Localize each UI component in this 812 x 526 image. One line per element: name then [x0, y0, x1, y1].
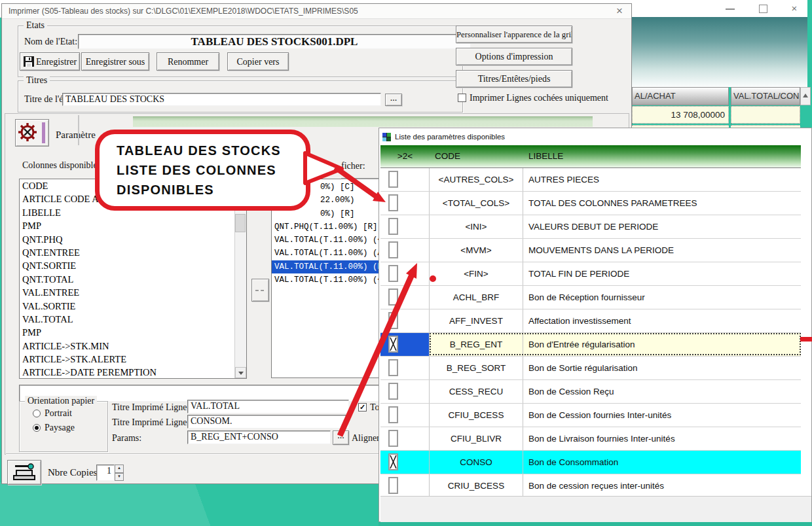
- copies-up-icon[interactable]: ▲: [115, 465, 124, 473]
- available-column-item[interactable]: VAL.SORTIE: [20, 300, 246, 313]
- paysage-label[interactable]: Paysage: [45, 423, 75, 433]
- row-checkbox[interactable]: [388, 218, 398, 235]
- params-field[interactable]: B_REG_ENT+CONSO: [187, 430, 331, 444]
- check-cell[interactable]: [380, 239, 430, 262]
- param-libelle[interactable]: TOTAL DES COLONNES PARAMETREES: [523, 192, 801, 215]
- scroll-up-icon[interactable]: [800, 87, 811, 105]
- row-checkbox[interactable]: [388, 477, 398, 494]
- close-icon[interactable]: ×: [613, 5, 626, 18]
- row-checkbox[interactable]: [388, 430, 398, 447]
- available-column-item[interactable]: QNT.PHQ: [20, 233, 246, 246]
- param-code[interactable]: ACHL_BRF: [430, 286, 523, 309]
- rename-button[interactable]: Renommer: [157, 52, 219, 71]
- title-browse-button[interactable]: ...: [385, 94, 402, 106]
- header-code-col[interactable]: CODE: [435, 145, 460, 167]
- row-checkbox[interactable]: [388, 336, 398, 353]
- portrait-radio[interactable]: [33, 410, 41, 417]
- row-checkbox[interactable]: [388, 383, 398, 400]
- param-libelle[interactable]: Bon de Cession fournies Inter-unités: [523, 404, 801, 427]
- param-libelle[interactable]: Bon d'Entrée régularisation: [523, 333, 801, 356]
- available-column-item[interactable]: ARTICLE->DATE PEREMPTION: [20, 366, 246, 379]
- print-checked-only-checkbox[interactable]: [458, 94, 466, 102]
- maximize-icon[interactable]: [753, 0, 773, 17]
- row-checkbox[interactable]: [388, 406, 398, 423]
- print-dialog-titlebar[interactable]: Imprimer (S05-Tableau des stocks) sur C:…: [2, 4, 631, 19]
- param-code[interactable]: <MVM>: [430, 239, 523, 262]
- param-libelle[interactable]: Bon de Livraison fournies Inter-unités: [523, 427, 801, 450]
- available-column-item[interactable]: QNT.SORTIE: [20, 259, 246, 272]
- selected-column-item[interactable]: VAL.TOTAL(T.11.00%) (B_R: [272, 260, 380, 273]
- copies-down-icon[interactable]: ▼: [115, 473, 124, 481]
- minimize-icon[interactable]: [720, 0, 740, 17]
- param-libelle[interactable]: Bon de Réception fournisseur: [523, 286, 801, 309]
- titles-headers-button[interactable]: Titres/Entêtes/pieds: [456, 70, 572, 88]
- totaliser-checkbox[interactable]: ✓: [358, 403, 367, 412]
- row-checkbox[interactable]: [388, 171, 398, 188]
- param-code[interactable]: B_REG_SORT: [430, 357, 523, 379]
- selected-column-item[interactable]: VAL.TOTAL(T.11.00%) (<IN: [272, 234, 380, 247]
- param-libelle[interactable]: MOUVEMENTS DANS LA PERIODE: [523, 239, 801, 262]
- check-cell[interactable]: [380, 474, 430, 497]
- row-checkbox[interactable]: [388, 241, 398, 258]
- row-checkbox[interactable]: [388, 289, 398, 306]
- header-check-col[interactable]: >2<: [380, 145, 430, 167]
- check-cell[interactable]: [380, 309, 430, 332]
- close-icon[interactable]: ×: [784, 0, 804, 17]
- param-libelle[interactable]: Bon de cession reçues inter-unités: [523, 474, 801, 497]
- params-row[interactable]: CFIU_BCESSBon de Cession fournies Inter-…: [380, 404, 801, 427]
- available-column-item[interactable]: VAL.TOTAL: [20, 313, 246, 326]
- state-name-field[interactable]: TABLEAU DES STOCKS001.DPL: [78, 34, 471, 49]
- available-column-item[interactable]: VAL.ENTREE: [20, 286, 246, 299]
- params-row[interactable]: <INI>VALEURS DEBUT DE PERIODE: [380, 215, 801, 239]
- params-row[interactable]: CFIU_BLIVRBon de Livraison fournies Inte…: [380, 427, 801, 451]
- params-row[interactable]: <AUTRES_COLS>AUTRES PIECES: [380, 168, 801, 192]
- param-libelle[interactable]: TOTAL FIN DE PERIODE: [523, 262, 801, 285]
- params-row[interactable]: AFF_INVESTAffectation investissement: [380, 309, 801, 333]
- customize-grid-button[interactable]: Personnaliser l'apparence de la grille: [456, 26, 572, 43]
- report-title-field[interactable]: TABLEAU DES STOCKS: [62, 93, 381, 106]
- check-cell[interactable]: [380, 215, 430, 238]
- scroll-down-icon[interactable]: [235, 367, 246, 378]
- copies-field[interactable]: 1: [96, 465, 115, 481]
- selected-column-item[interactable]: QNT.PHQ(T.11.00%) [R]: [272, 220, 380, 234]
- param-libelle[interactable]: AUTRES PIECES: [523, 168, 801, 191]
- available-column-item[interactable]: PMP: [20, 326, 246, 339]
- param-code[interactable]: AFF_INVEST: [430, 309, 523, 332]
- param-code[interactable]: CRIU_BCESS: [430, 474, 523, 497]
- available-column-item[interactable]: QNT.ENTREE: [20, 246, 246, 259]
- header-libelle-col[interactable]: LIBELLE: [528, 145, 563, 167]
- params-row[interactable]: <MVM>MOUVEMENTS DANS LA PERIODE: [380, 239, 801, 262]
- transfer-column-button[interactable]: [251, 279, 269, 302]
- param-libelle[interactable]: Bon de Sortie régularisation: [523, 357, 801, 379]
- params-row[interactable]: ACHL_BRFBon de Réception fournisseur: [380, 286, 801, 309]
- param-code[interactable]: B_REG_ENT: [430, 333, 523, 356]
- available-column-item[interactable]: ARTICLE->STK.ALERTE: [20, 353, 246, 366]
- params-row[interactable]: B_REG_ENTBon d'Entrée régularisation: [380, 333, 801, 357]
- available-column-item[interactable]: PMP: [20, 219, 246, 232]
- param-code[interactable]: CFIU_BCESS: [430, 404, 523, 427]
- row-checkbox[interactable]: [388, 265, 398, 282]
- row-checkbox[interactable]: [388, 194, 398, 211]
- check-cell[interactable]: [380, 262, 430, 285]
- check-cell[interactable]: [380, 357, 430, 379]
- print-button[interactable]: [7, 460, 41, 485]
- check-cell[interactable]: [380, 404, 430, 427]
- check-cell[interactable]: [380, 427, 430, 450]
- scrollbar-thumb[interactable]: [235, 214, 246, 232]
- param-code[interactable]: <AUTRES_COLS>: [430, 168, 523, 191]
- param-code[interactable]: CONSO: [430, 451, 523, 474]
- params-row[interactable]: CONSOBon de Consommation: [380, 451, 801, 474]
- copy-to-button[interactable]: Copier vers: [227, 52, 289, 71]
- param-libelle[interactable]: Affectation investissement: [523, 309, 801, 332]
- param-code[interactable]: <TOTAL_COLS>: [430, 192, 523, 215]
- row-checkbox[interactable]: [388, 359, 398, 376]
- param-code[interactable]: CESS_RECU: [430, 380, 523, 403]
- paysage-radio[interactable]: [33, 424, 41, 432]
- params-row[interactable]: <FIN>TOTAL FIN DE PERIODE: [380, 262, 801, 286]
- params-browse-button[interactable]: ...: [333, 430, 349, 445]
- check-cell[interactable]: [380, 451, 430, 474]
- row-checkbox[interactable]: [388, 312, 398, 329]
- selected-column-item[interactable]: VAL.TOTAL(T.11.00%) (<FI: [272, 273, 380, 287]
- param-libelle[interactable]: VALEURS DEBUT DE PERIODE: [523, 215, 801, 238]
- available-column-item[interactable]: QNT.TOTAL: [20, 273, 246, 286]
